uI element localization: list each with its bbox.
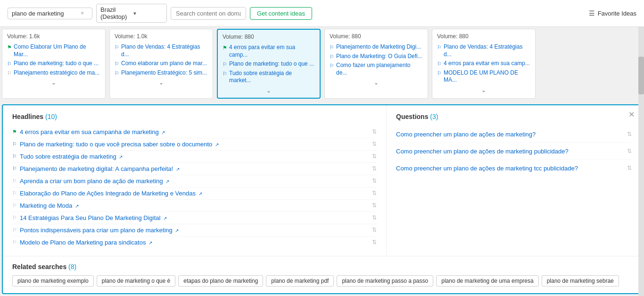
headline-type-icon: ⚐ xyxy=(12,239,17,245)
chevron-down-icon: ▼ xyxy=(132,11,163,16)
headline-text[interactable]: Modelo de Plano de Marketing para sindic… xyxy=(20,239,369,246)
headline-item-4: ⚐ Aprenda a criar um bom plano de ação d… xyxy=(12,175,377,187)
card-item-1-1[interactable]: ⚐ Como elaborar um plano de mar... xyxy=(115,60,208,68)
card-item-text: Plano de Vendas: 4 Estratégias d... xyxy=(121,43,208,58)
location-select[interactable]: Brazil (Desktop) ▼ xyxy=(96,4,167,23)
close-icon[interactable]: ✕ xyxy=(628,110,635,119)
headline-text[interactable]: 14 Estratégias Para Seu Plano De Marketi… xyxy=(20,214,369,221)
card-item-2-2[interactable]: ⚐ Tudo sobre estratégia de market... xyxy=(223,70,315,85)
favorite-ideas-button[interactable]: ☰ Favorite Ideas xyxy=(589,9,636,17)
related-tag-0[interactable]: plano de marketing exemplo xyxy=(12,275,94,287)
headline-text[interactable]: Marketing de Moda ↗ xyxy=(20,202,369,209)
card-item-icon: ⚐ xyxy=(115,44,119,51)
panel-content-row: Headlines (10) ⚑ 4 erros para evitar em … xyxy=(3,105,641,256)
sort-icon[interactable]: ⇅ xyxy=(372,227,377,233)
scrollbar-thumb[interactable] xyxy=(638,57,644,94)
related-tag-2[interactable]: etapas do plano de marketing xyxy=(178,275,263,287)
card-item-text: Plano de marketing: tudo o que ... xyxy=(229,60,314,68)
card-item-text: Plano de marketing: tudo o que ... xyxy=(14,60,99,68)
get-content-ideas-button[interactable]: Get content ideas xyxy=(250,7,312,20)
sort-icon[interactable]: ⇅ xyxy=(372,214,377,221)
card-item-0-1[interactable]: ⚐ Plano de marketing: tudo o que ... xyxy=(7,60,100,68)
related-tag-1[interactable]: plano de marketing o que é xyxy=(97,275,175,287)
headline-text[interactable]: 4 erros para evitar em sua campanha de m… xyxy=(20,128,369,135)
card-item-1-0[interactable]: ⚐ Plano de Vendas: 4 Estratégias d... xyxy=(115,43,208,58)
headline-item-6: ⚐ Marketing de Moda ↗ ⇅ xyxy=(12,200,377,212)
sort-icon[interactable]: ⇅ xyxy=(372,165,377,172)
headline-type-icon: ⚐ xyxy=(12,141,17,147)
card-expand-icon[interactable]: ⌄ xyxy=(437,87,530,93)
sort-icon[interactable]: ⇅ xyxy=(372,202,377,209)
card-volume-4: Volume: 880 xyxy=(437,33,530,40)
related-tag-3[interactable]: plano de marketing pdf xyxy=(266,275,334,287)
card-expand-icon[interactable]: ⌄ xyxy=(115,79,208,86)
keyword-input[interactable] xyxy=(12,10,78,17)
card-item-text: Planejamento estratégico de ma... xyxy=(14,69,99,77)
card-1: Volume: 1.0k ⚐ Plano de Vendas: 4 Estrat… xyxy=(109,29,213,99)
card-0: Volume: 1.6k ⚑ Como Elaborar Um Plano de… xyxy=(2,29,106,99)
headline-item-0: ⚑ 4 erros para evitar em sua campanha de… xyxy=(12,126,377,138)
domain-search-input[interactable] xyxy=(171,7,246,20)
question-text[interactable]: Como preencher um plano de ações de mark… xyxy=(396,165,624,172)
headline-item-7: ⚐ 14 Estratégias Para Seu Plano De Marke… xyxy=(12,212,377,224)
related-tag-4[interactable]: plano de marketing passo a passo xyxy=(337,275,433,287)
question-item-1: Como preencher um plano de ações de mark… xyxy=(396,143,632,160)
external-link-icon: ↗ xyxy=(198,191,202,196)
card-item-3-0[interactable]: ⚐ Planejamento de Marketing Digi... xyxy=(330,43,423,51)
headline-text[interactable]: Tudo sobre estratégia de marketing ↗ xyxy=(20,153,369,160)
card-item-3-2[interactable]: ⚐ Como fazer um planejamento de... xyxy=(330,62,423,76)
card-volume-3: Volume: 880 xyxy=(330,33,423,40)
sort-icon[interactable]: ⇅ xyxy=(372,178,377,184)
headline-text[interactable]: Elaboração do Plano de Ações Integrado d… xyxy=(20,190,369,197)
related-tag-5[interactable]: plano de marketing de uma empresa xyxy=(436,275,538,287)
card-item-icon: ⚐ xyxy=(223,70,227,77)
headline-text[interactable]: Pontos indispensáveis para criar um plan… xyxy=(20,227,369,234)
card-volume-2: Volume: 880 xyxy=(223,34,315,40)
card-4: Volume: 880 ⚐ Plano de Vendas: 4 Estraté… xyxy=(432,29,536,99)
external-link-icon: ↗ xyxy=(119,154,123,160)
sort-icon[interactable]: ⇅ xyxy=(372,153,377,160)
card-item-3-1[interactable]: ⚐ Plano de Marketing: O Guia Defi... xyxy=(330,53,423,60)
card-item-2-0[interactable]: ⚑ 4 erros para evitar em sua camp... xyxy=(223,44,315,59)
sort-icon[interactable]: ⇅ xyxy=(372,190,377,196)
card-expand-icon[interactable]: ⌄ xyxy=(330,79,423,86)
list-icon: ☰ xyxy=(589,9,595,17)
sort-icon[interactable]: ⇅ xyxy=(372,239,377,245)
scrollbar[interactable] xyxy=(638,0,644,296)
card-expand-icon[interactable]: ⌄ xyxy=(7,79,100,86)
card-item-icon: ⚐ xyxy=(7,70,12,76)
sort-icon[interactable]: ⇅ xyxy=(627,165,632,171)
favorite-ideas-label: Favorite Ideas xyxy=(598,10,636,17)
card-item-text: Tudo sobre estratégia de market... xyxy=(229,70,315,85)
sort-icon[interactable]: ⇅ xyxy=(372,141,377,147)
keyword-search-box: × xyxy=(8,8,92,19)
card-item-4-0[interactable]: ⚐ Plano de Vendas: 4 Estratégias d... xyxy=(437,43,530,58)
sort-icon[interactable]: ⇅ xyxy=(627,148,632,154)
sort-icon[interactable]: ⇅ xyxy=(372,128,377,135)
clear-keyword-icon[interactable]: × xyxy=(81,10,84,17)
headline-text[interactable]: Plano de marketing: tudo o que você prec… xyxy=(20,141,369,148)
card-item-0-2[interactable]: ⚐ Planejamento estratégico de ma... xyxy=(7,69,100,77)
card-item-4-1[interactable]: ⚐ 4 erros para evitar em sua camp... xyxy=(437,60,530,68)
card-item-4-2[interactable]: ⚐ MODELO DE UM PLANO DE MA... xyxy=(437,69,530,84)
headlines-count: (10) xyxy=(45,113,57,120)
card-item-text: Plano de Vendas: 4 Estratégias d... xyxy=(444,43,530,58)
questions-title: Questions (3) xyxy=(396,113,632,120)
card-item-1-2[interactable]: ⚐ Planejamento Estratégico: 5 sim... xyxy=(115,69,208,77)
card-item-2-1[interactable]: ⚐ Plano de marketing: tudo o que ... xyxy=(223,60,315,68)
related-searches-section: Related searches (8) plano de marketing … xyxy=(3,256,641,293)
cards-strip: Volume: 1.6k ⚑ Como Elaborar Um Plano de… xyxy=(0,27,644,104)
card-item-icon: ⚐ xyxy=(437,44,442,51)
related-tag-6[interactable]: plano de marketing sebrae xyxy=(542,275,619,287)
sort-icon[interactable]: ⇅ xyxy=(627,131,632,137)
headline-text[interactable]: Planejamento de marketing digital: A cam… xyxy=(20,165,369,172)
card-item-0-0[interactable]: ⚑ Como Elaborar Um Plano de Mar... xyxy=(7,43,100,58)
question-text[interactable]: Como preencher um plano de ações de mark… xyxy=(396,148,624,155)
card-expand-icon[interactable]: ⌄ xyxy=(223,87,315,94)
headline-text[interactable]: Aprenda a criar um bom plano de ação de … xyxy=(20,178,369,185)
card-item-text: MODELO DE UM PLANO DE MA... xyxy=(444,69,530,84)
card-item-icon: ⚑ xyxy=(223,44,227,51)
headline-type-icon: ⚑ xyxy=(12,129,17,135)
question-text[interactable]: Como preencher um plano de ações de mark… xyxy=(396,131,624,138)
card-item-icon: ⚐ xyxy=(330,44,334,51)
